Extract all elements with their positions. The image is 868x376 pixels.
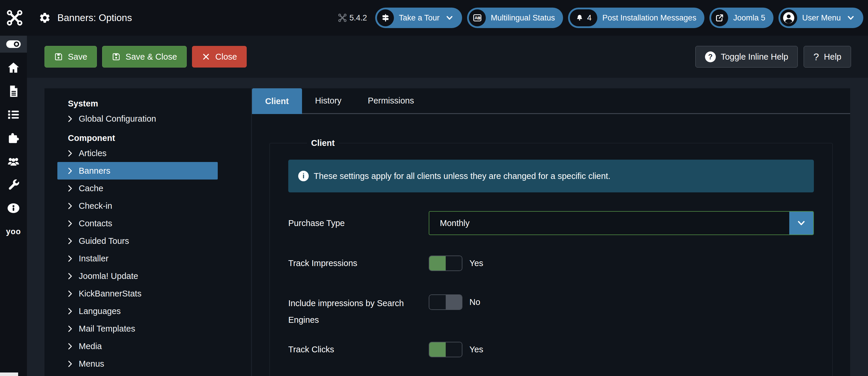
tree-item-banners[interactable]: Banners (57, 162, 218, 179)
track-impressions-toggle[interactable] (429, 255, 462, 271)
rail-item-system[interactable] (0, 173, 27, 197)
tree-item-articles[interactable]: Articles (57, 144, 218, 162)
tree-item-contacts[interactable]: Contacts (57, 215, 218, 232)
tree-item-installer[interactable]: Installer (57, 250, 218, 267)
track-clicks-toggle[interactable] (429, 342, 462, 357)
users-icon (7, 155, 20, 168)
puzzle-icon (7, 131, 20, 145)
field-row-track-impressions: Track Impressions Yes (288, 255, 814, 272)
help-button[interactable]: ? Help (804, 46, 851, 68)
tree-group-header: System (68, 97, 251, 110)
info-alert: i These settings apply for all clients u… (288, 160, 814, 193)
yootheme-logo: yoo (6, 227, 21, 236)
tree-item-global-configuration[interactable]: Global Configuration (57, 110, 218, 128)
chevron-right-icon (67, 184, 73, 193)
notification-count: 4 (587, 13, 591, 23)
translate-icon (469, 9, 486, 26)
user-menu-button[interactable]: User Menu (778, 8, 863, 28)
toggle-inline-help-button[interactable]: ? Toggle Inline Help (695, 46, 798, 68)
joomla-logo-icon (6, 10, 23, 26)
signpost-icon (377, 9, 394, 26)
joomla5-link-button[interactable]: Joomla 5 (709, 8, 773, 28)
rail-item-home[interactable] (0, 56, 27, 79)
main-content: System Global Configuration Component Ar… (27, 78, 868, 376)
help-label: Help (824, 52, 841, 62)
user-icon (780, 9, 797, 26)
chevron-down-icon (445, 13, 454, 22)
question-icon: ? (813, 51, 819, 63)
chevron-right-icon (67, 149, 73, 157)
chevron-down-icon (846, 13, 855, 22)
tree-group-header: Component (68, 132, 251, 144)
multilingual-status-label: Multilingual Status (491, 13, 555, 23)
tree-item-kickbannerstats[interactable]: KickBannerStats (57, 285, 218, 302)
field-row-purchase-type: Purchase Type Monthly (288, 211, 814, 235)
list-icon (7, 108, 20, 121)
chevron-right-icon (67, 219, 73, 228)
joomla5-label: Joomla 5 (733, 13, 765, 23)
wrench-icon (7, 178, 20, 192)
chevron-right-icon (67, 342, 73, 350)
chevron-down-icon (796, 218, 806, 228)
file-icon (7, 84, 20, 98)
floppy-icon (112, 52, 121, 61)
notification-badge: 4 (570, 9, 597, 26)
rail-item-content[interactable] (0, 79, 27, 103)
multilingual-status-button[interactable]: Multilingual Status (467, 8, 563, 28)
chevron-right-icon (67, 237, 73, 245)
tree-item-mail-templates[interactable]: Mail Templates (57, 320, 218, 337)
joomla-version: 5.4.2 (338, 13, 367, 23)
page-title: Banners: Options (57, 12, 132, 23)
toggle-menu-button[interactable] (0, 36, 27, 53)
tab-client[interactable]: Client (252, 88, 302, 114)
tab-history[interactable]: History (302, 88, 355, 113)
tree-item-menus[interactable]: Menus (57, 355, 218, 373)
take-a-tour-button[interactable]: Take a Tour (375, 8, 462, 28)
close-label: Close (215, 52, 237, 62)
chevron-right-icon (67, 307, 73, 315)
post-installation-messages-button[interactable]: 4 Post Installation Messages (568, 8, 705, 28)
close-button[interactable]: Close (192, 46, 247, 68)
tree-item-cache[interactable]: Cache (57, 179, 218, 197)
toggle-menu-icon (6, 39, 21, 49)
rail-item-yootheme[interactable]: yoo (0, 220, 27, 243)
toggle-value: Yes (469, 345, 483, 354)
version-text: 5.4.2 (349, 13, 367, 23)
gear-icon (39, 12, 51, 24)
tab-content: Client i These settings apply for all cl… (252, 114, 850, 376)
select-caret-button[interactable] (789, 212, 813, 235)
tree-item-languages[interactable]: Languages (57, 302, 218, 320)
fieldset-legend: Client (307, 138, 339, 148)
toggle-inline-help-label: Toggle Inline Help (721, 52, 788, 62)
save-button[interactable]: Save (44, 46, 97, 68)
joomla-version-icon (338, 13, 347, 22)
home-icon (7, 61, 20, 74)
bell-icon (576, 14, 584, 22)
user-menu-label: User Menu (802, 13, 841, 23)
screen: Banners: Options 5.4.2 Take a Tour Multi… (0, 0, 868, 376)
save-close-label: Save & Close (126, 52, 177, 62)
toggle-value: Yes (469, 259, 483, 268)
chevron-right-icon (67, 325, 73, 333)
take-a-tour-label: Take a Tour (399, 13, 440, 23)
tree-item-media[interactable]: Media (57, 337, 218, 355)
rail-item-users[interactable] (0, 150, 27, 173)
icon-rail: yoo (0, 36, 27, 376)
save-close-button[interactable]: Save & Close (102, 46, 187, 68)
tab-permissions[interactable]: Permissions (355, 88, 427, 113)
field-label: Track Impressions (288, 255, 429, 272)
post-installation-messages-label: Post Installation Messages (602, 13, 696, 23)
tree-item-joomla-update[interactable]: Joomla! Update (57, 267, 218, 285)
tree-item-guided-tours[interactable]: Guided Tours (57, 232, 218, 250)
info-icon (7, 201, 20, 215)
purchase-type-select[interactable]: Monthly (429, 211, 814, 235)
chevron-right-icon (67, 167, 73, 175)
chevron-right-icon (67, 360, 73, 368)
rail-item-help[interactable] (0, 197, 27, 220)
include-impressions-toggle[interactable] (429, 295, 462, 310)
select-value: Monthly (440, 212, 470, 235)
rail-item-menus[interactable] (0, 103, 27, 126)
toggle-value: No (469, 297, 480, 307)
rail-item-components[interactable] (0, 126, 27, 150)
tree-item-check-in[interactable]: Check-in (57, 197, 218, 215)
